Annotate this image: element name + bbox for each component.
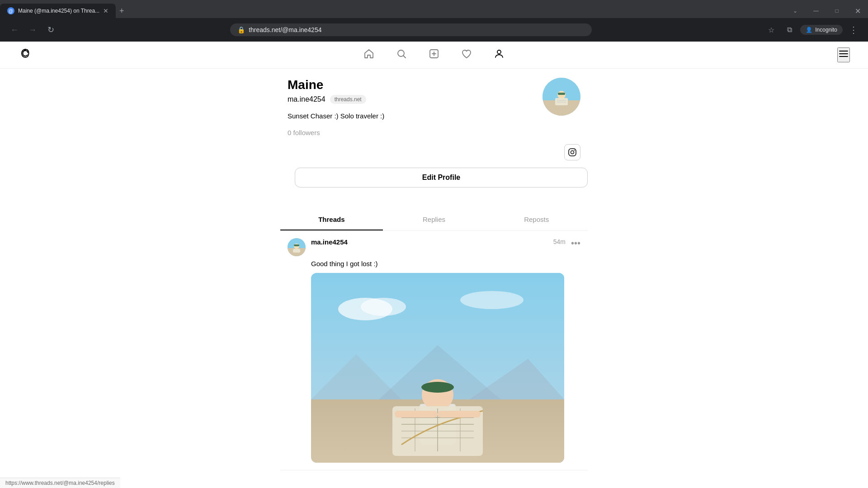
svg-rect-46: [438, 411, 481, 418]
profile-badge: threads.net: [330, 95, 366, 104]
active-tab[interactable]: @ Maine (@ma.ine4254) on Threa... ✕: [0, 4, 116, 18]
post-image: [311, 273, 580, 463]
post-username[interactable]: ma.ine4254: [311, 238, 348, 246]
svg-point-36: [421, 382, 454, 393]
svg-point-28: [361, 298, 406, 316]
edit-profile-button[interactable]: Edit Profile: [295, 168, 588, 188]
top-nav: [0, 42, 868, 69]
close-button[interactable]: ✕: [847, 2, 868, 20]
main-content: Maine ma.ine4254 threads.net Sunset Chas…: [0, 69, 868, 488]
nav-icons: [363, 48, 505, 62]
post-time: 54m: [553, 238, 566, 245]
post-header: ma.ine4254 54m •••: [288, 238, 580, 256]
svg-rect-17: [569, 149, 576, 156]
svg-point-18: [571, 150, 574, 154]
svg-rect-24: [294, 244, 299, 246]
svg-point-19: [574, 150, 575, 150]
new-tab-button[interactable]: +: [116, 6, 128, 16]
threads-app: Maine ma.ine4254 threads.net Sunset Chas…: [0, 42, 868, 488]
window-controls: ⌄ — □ ✕: [785, 2, 868, 20]
profile-instagram-row: [280, 144, 588, 160]
svg-rect-25: [293, 249, 300, 253]
profile-info: Maine ma.ine4254 threads.net Sunset Chas…: [288, 78, 542, 137]
profile-name: Maine: [288, 78, 542, 92]
refresh-button[interactable]: ↻: [43, 23, 58, 37]
threads-logo[interactable]: [18, 46, 33, 64]
forward-button[interactable]: →: [25, 23, 40, 37]
tab-title: Maine (@ma.ine4254) on Threa...: [18, 8, 99, 14]
bookmark-button[interactable]: ☆: [764, 23, 778, 37]
extensions-button[interactable]: ⧉: [782, 23, 797, 37]
post-more-button[interactable]: •••: [571, 238, 580, 249]
activity-nav-button[interactable]: [461, 48, 472, 62]
maximize-button[interactable]: □: [826, 2, 847, 20]
tab-replies[interactable]: Replies: [383, 209, 486, 230]
tab-bar: @ Maine (@ma.ine4254) on Threa... ✕ + ⌄ …: [0, 0, 868, 18]
profile-followers[interactable]: 0 followers: [288, 129, 320, 136]
tab-favicon: @: [7, 7, 14, 14]
svg-rect-13: [558, 93, 565, 95]
post-text: Good thing I got lost :): [311, 260, 580, 267]
profile-username-row: ma.ine4254 threads.net: [288, 95, 542, 104]
url-bar[interactable]: 🔒 threads.net/@ma.ine4254: [230, 23, 592, 36]
profile-username: ma.ine4254: [288, 95, 326, 103]
tab-list-button[interactable]: ⌄: [785, 2, 806, 20]
profile-tabs: Threads Replies Reposts: [280, 209, 588, 231]
post-item: ma.ine4254 54m ••• Good thing I got lost…: [280, 231, 588, 470]
profile-header: Maine ma.ine4254 threads.net Sunset Chas…: [280, 78, 588, 137]
lock-icon: 🔒: [237, 26, 245, 33]
svg-rect-45: [395, 411, 438, 418]
back-button[interactable]: ←: [7, 23, 22, 37]
search-nav-button[interactable]: [396, 48, 407, 62]
profile-avatar: [542, 78, 580, 116]
home-nav-button[interactable]: [363, 48, 374, 62]
status-url: https://www.threads.net/@ma.ine4254/repl…: [5, 480, 115, 486]
tab-close-button[interactable]: ✕: [103, 7, 108, 14]
tab-reposts[interactable]: Reposts: [485, 209, 588, 230]
incognito-label: Incognito: [815, 27, 837, 33]
browser-chrome: @ Maine (@ma.ine4254) on Threa... ✕ + ⌄ …: [0, 0, 868, 42]
edit-profile-wrapper: Edit Profile: [280, 168, 588, 198]
svg-line-1: [404, 56, 406, 58]
svg-point-29: [460, 291, 524, 309]
minimize-button[interactable]: —: [806, 2, 826, 20]
instagram-link-button[interactable]: [564, 144, 580, 160]
post-meta: ma.ine4254: [311, 238, 548, 246]
post-image-placeholder: [311, 273, 564, 463]
profile-bio: Sunset Chaser :) Solo traveler :): [288, 111, 542, 122]
incognito-button[interactable]: 👤 Incognito: [800, 25, 843, 35]
address-bar: ← → ↻ 🔒 threads.net/@ma.ine4254 ☆ ⧉ 👤 In…: [0, 18, 868, 42]
incognito-icon: 👤: [806, 27, 812, 33]
svg-rect-14: [555, 98, 568, 105]
tab-threads[interactable]: Threads: [280, 209, 383, 230]
hamburger-menu-button[interactable]: [837, 47, 850, 62]
status-bar: https://www.threads.net/@ma.ine4254/repl…: [0, 478, 120, 488]
browser-menu-button[interactable]: ⋮: [846, 23, 861, 37]
profile-container: Maine ma.ine4254 threads.net Sunset Chas…: [280, 78, 588, 470]
url-text: threads.net/@ma.ine4254: [249, 26, 585, 33]
profile-nav-button[interactable]: [494, 48, 505, 62]
compose-nav-button[interactable]: [429, 48, 439, 62]
post-avatar: [288, 238, 306, 256]
svg-point-5: [497, 50, 501, 54]
